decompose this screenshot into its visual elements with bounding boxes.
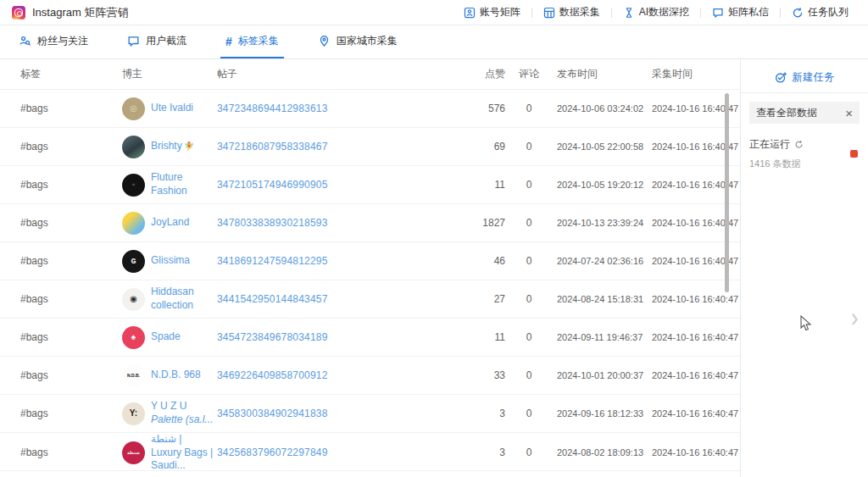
- post-link[interactable]: 3425683796072297849: [217, 446, 328, 458]
- publish-time-cell: 2024-10-13 23:39:24: [553, 218, 648, 228]
- main-content: 标签 博主 帖子 点赞 评论 发布时间 采集时间 #bags ◎ Ute Iva…: [0, 59, 868, 477]
- refresh-icon[interactable]: [794, 140, 804, 149]
- nav-label: 数据采集: [559, 5, 600, 19]
- avatar: [122, 136, 145, 158]
- blogger-link[interactable]: N.D.B. 968: [151, 369, 201, 382]
- record-count: 1416 条数据: [749, 158, 804, 170]
- blogger-cell: ◦ Fluture Fashion: [122, 171, 217, 197]
- column-header-likes: 点赞: [441, 67, 505, 81]
- post-cell: 3478033838930218593: [217, 217, 441, 229]
- comments-cell: 0: [505, 141, 553, 153]
- blogger-link[interactable]: JoyLand: [151, 216, 189, 230]
- comments-cell: 0: [505, 369, 553, 381]
- close-icon[interactable]: ×: [845, 107, 853, 119]
- blogger-link[interactable]: شنطة | Luxury Bags | Saudi...: [151, 433, 214, 473]
- nav-label: AI数据深挖: [639, 5, 689, 19]
- blogger-link[interactable]: Hiddasan collection: [151, 286, 214, 312]
- table-row: #bags Y: Y U Z UPalette (sa.l... 3458300…: [0, 395, 740, 433]
- avatar: ◉: [122, 288, 145, 311]
- publish-time-cell: 2024-07-24 02:36:16: [553, 256, 648, 266]
- avatar: ɢ: [122, 250, 145, 273]
- blogger-cell: N.D.B. N.D.B. 968: [122, 364, 217, 387]
- post-cell: 3441542950144843457: [217, 293, 441, 305]
- post-link[interactable]: 3441542950144843457: [217, 293, 328, 305]
- post-link[interactable]: 3469226409858700912: [217, 369, 328, 381]
- blogger-link[interactable]: Fluture Fashion: [151, 171, 214, 197]
- tab-user-intercept[interactable]: 用户截流: [122, 25, 192, 58]
- post-cell: 3472348694412983613: [217, 103, 441, 114]
- post-link[interactable]: 3478033838930218593: [217, 217, 328, 229]
- comments-cell: 0: [505, 255, 553, 267]
- tab-hashtag-collect[interactable]: # 标签采集: [220, 25, 284, 58]
- stop-task-button[interactable]: [850, 150, 858, 158]
- badge-emoji: 🧚: [184, 141, 194, 151]
- tab-country-city-collect[interactable]: 国家城市采集: [313, 25, 403, 58]
- post-cell: 3458300384902941838: [217, 408, 441, 419]
- hashtag-cell: #bags: [20, 141, 122, 153]
- publish-time-cell: 2024-09-11 19:46:37: [553, 332, 648, 342]
- blogger-cell: ◉ Hiddasan collection: [122, 286, 217, 312]
- table-row: #bags ◎ Ute Ivaldi 3472348694412983613 5…: [0, 90, 740, 128]
- column-header-collect-time: 采集时间: [648, 67, 741, 81]
- hashtag-cell: #bags: [20, 217, 122, 229]
- nav-data-collect[interactable]: 数据采集: [532, 5, 611, 19]
- likes-cell: 3: [441, 408, 505, 419]
- blogger-link[interactable]: Spade: [151, 330, 181, 344]
- publish-time-cell: 2024-10-01 20:00:37: [553, 370, 648, 380]
- blogger-link[interactable]: Brishty🧚: [151, 140, 194, 153]
- post-link[interactable]: 3472186087958338467: [217, 141, 328, 153]
- table-row: #bags شنطة شنطة | Luxury Bags | Saudi...…: [0, 433, 740, 471]
- nav-task-queue[interactable]: 任务队列: [781, 5, 860, 19]
- publish-time-cell: 2024-09-16 18:12:33: [553, 408, 648, 419]
- comments-cell: 0: [505, 103, 553, 114]
- nav-matrix-dm[interactable]: 矩阵私信: [701, 5, 780, 19]
- results-table: 标签 博主 帖子 点赞 评论 发布时间 采集时间 #bags ◎ Ute Iva…: [0, 59, 741, 477]
- account-matrix-icon: [464, 7, 476, 19]
- blogger-link[interactable]: Ute Ivaldi: [151, 102, 193, 115]
- hashtag-cell: #bags: [20, 179, 122, 191]
- post-cell: 3418691247594812295: [217, 255, 441, 267]
- likes-cell: 69: [441, 141, 505, 153]
- task-panel: 新建任务 查看全部数据 × 正在运行 1416 条数据: [741, 59, 868, 477]
- comments-cell: 0: [505, 293, 553, 305]
- collect-time-cell: 2024-10-16 16:40:47: [648, 332, 741, 342]
- post-link[interactable]: 3472348694412983613: [217, 103, 328, 114]
- likes-cell: 3: [441, 446, 505, 458]
- publish-time-cell: 2024-10-06 03:24:02: [553, 103, 648, 114]
- tab-fans-follow[interactable]: 粉丝与关注: [14, 25, 93, 58]
- instagram-logo-icon: [12, 6, 25, 19]
- top-nav: 账号矩阵 数据采集 AI数据深挖 矩阵私信 任务队列: [453, 5, 860, 19]
- publish-time-cell: 2024-08-24 15:18:31: [553, 294, 648, 304]
- blogger-cell: ɢ Glissima: [122, 250, 217, 273]
- comments-cell: 0: [505, 217, 553, 229]
- blogger-link[interactable]: Glissima: [151, 254, 190, 268]
- avatar: Y:: [122, 402, 145, 425]
- publish-time-cell: 2024-10-05 19:20:12: [553, 180, 648, 190]
- new-task-button[interactable]: 新建任务: [741, 64, 868, 90]
- app-title: Instagram 矩阵营销: [32, 5, 128, 20]
- view-all-data-item[interactable]: 查看全部数据 ×: [749, 102, 860, 124]
- likes-cell: 33: [441, 369, 505, 381]
- post-link[interactable]: 3418691247594812295: [217, 255, 328, 267]
- top-bar: Instagram 矩阵营销 账号矩阵 数据采集 AI数据深挖 矩阵私信 任务队…: [0, 0, 868, 25]
- nav-account-matrix[interactable]: 账号矩阵: [453, 5, 531, 19]
- tab-label: 用户截流: [146, 34, 186, 48]
- nav-label: 任务队列: [808, 5, 849, 19]
- post-link[interactable]: 3458300384902941838: [217, 408, 328, 419]
- avatar: N.D.B.: [122, 364, 145, 387]
- table-row: #bags N.D.B. N.D.B. 968 3469226409858700…: [0, 357, 740, 395]
- hashtag-icon: #: [225, 35, 232, 48]
- nav-ai-mining[interactable]: AI数据深挖: [612, 5, 700, 19]
- post-link[interactable]: 3454723849678034189: [217, 331, 328, 343]
- likes-cell: 46: [441, 255, 505, 267]
- table-row: #bags ♠ Spade 3454723849678034189 11 0 2…: [0, 319, 740, 357]
- post-link[interactable]: 3472105174946990905: [217, 179, 328, 191]
- table-row: #bags ◉ Hiddasan collection 344154295014…: [0, 280, 740, 319]
- fans-icon: [19, 35, 31, 47]
- table-scrollbar-thumb[interactable]: [725, 93, 729, 292]
- blogger-link[interactable]: Y U Z UPalette (sa.l...: [151, 400, 213, 426]
- likes-cell: 576: [441, 103, 505, 114]
- hashtag-cell: #bags: [20, 255, 122, 267]
- column-header-post: 帖子: [217, 67, 441, 81]
- collapse-chevron-icon[interactable]: ›: [851, 302, 859, 333]
